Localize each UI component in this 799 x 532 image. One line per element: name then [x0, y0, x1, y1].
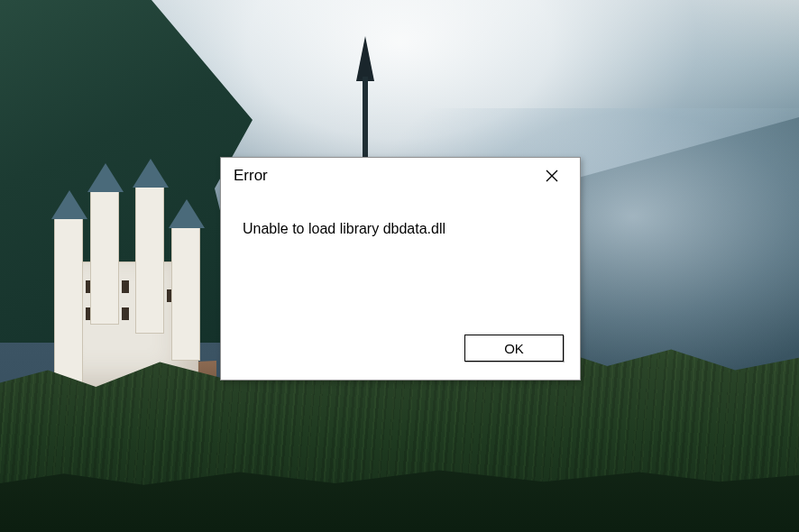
dialog-title: Error	[234, 167, 268, 185]
close-button[interactable]	[533, 161, 571, 190]
ok-button[interactable]: OK	[464, 335, 564, 362]
desktop-wallpaper: Error Unable to load library dbdata.dll …	[0, 0, 799, 532]
dialog-message: Unable to load library dbdata.dll	[243, 221, 445, 236]
dialog-titlebar[interactable]: Error	[221, 158, 580, 194]
dialog-body: Unable to load library dbdata.dll	[221, 194, 580, 335]
close-icon	[546, 170, 558, 182]
castle	[54, 189, 225, 388]
dialog-footer: OK	[221, 335, 580, 380]
error-dialog: Error Unable to load library dbdata.dll …	[220, 157, 581, 381]
